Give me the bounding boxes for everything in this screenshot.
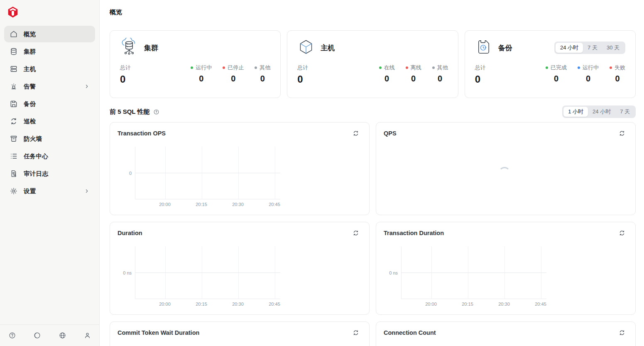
x-tick: 20:00 bbox=[425, 302, 437, 307]
sidebar-item-alerts[interactable]: 告警 bbox=[4, 78, 95, 95]
host-stat-other: 其他 0 bbox=[432, 64, 448, 83]
stat-value: 0 bbox=[610, 74, 625, 83]
total-value: 0 bbox=[297, 74, 308, 85]
sidebar-nav: 概览 集群 主机 告警 bbox=[0, 26, 99, 199]
chart-title: Commit Token Wait Duration bbox=[118, 329, 199, 336]
chart-card-qps: QPS bbox=[376, 122, 636, 215]
sql-range-option-1h[interactable]: 1 小时 bbox=[563, 107, 588, 117]
task-list-icon bbox=[10, 152, 18, 160]
sql-range-option-24h[interactable]: 24 小时 bbox=[588, 107, 615, 117]
tidb-logo-icon[interactable] bbox=[7, 6, 19, 18]
sidebar-item-settings[interactable]: 设置 bbox=[4, 183, 95, 199]
sidebar-item-backup[interactable]: 备份 bbox=[4, 96, 95, 112]
sql-range-toggle: 1 小时 24 小时 7 天 bbox=[562, 106, 636, 118]
stat-label: 运行中 bbox=[196, 64, 212, 71]
sql-section-title: 前 5 SQL 性能 bbox=[110, 108, 149, 116]
status-dot-red bbox=[610, 66, 612, 69]
x-tick: 20:45 bbox=[269, 202, 280, 207]
refresh-icon[interactable] bbox=[353, 230, 359, 236]
language-globe-icon[interactable] bbox=[59, 331, 66, 339]
stat-value: 0 bbox=[191, 74, 212, 83]
help-icon[interactable] bbox=[8, 331, 16, 339]
home-icon bbox=[10, 30, 18, 38]
cluster-stat-running: 运行中 0 bbox=[191, 64, 212, 83]
x-axis-ticks: 20:00 20:15 20:30 20:45 bbox=[401, 302, 546, 308]
chevron-right-icon bbox=[84, 188, 90, 194]
sidebar-item-audit-log[interactable]: 审计日志 bbox=[4, 165, 95, 182]
backup-range-option-30d[interactable]: 30 天 bbox=[602, 43, 624, 53]
sidebar-footer bbox=[0, 324, 100, 346]
stat-label: 其他 bbox=[260, 64, 270, 71]
theme-moon-icon[interactable] bbox=[33, 331, 41, 339]
main-content: 概览 bbox=[100, 0, 644, 346]
chart-title: Connection Count bbox=[384, 329, 436, 336]
firewall-icon bbox=[10, 135, 18, 143]
zero-gridline bbox=[402, 272, 546, 273]
loading-spinner-icon bbox=[499, 167, 510, 179]
chart-title: Transaction Duration bbox=[384, 230, 444, 236]
y-axis-zero-label: 0 ns bbox=[384, 246, 401, 299]
database-icon bbox=[10, 47, 18, 56]
refresh-icon[interactable] bbox=[619, 329, 625, 336]
sidebar-item-clusters[interactable]: 集群 bbox=[4, 43, 95, 60]
chart-plot: 0 ns 20:00 20:15 20:30 bbox=[384, 246, 625, 308]
x-tick: 20:45 bbox=[269, 302, 280, 307]
stat-label: 已停止 bbox=[228, 64, 244, 71]
backup-summary-card: 备份 24 小时 7 天 30 天 总计 0 已完成 bbox=[465, 30, 636, 98]
x-tick: 20:00 bbox=[159, 202, 171, 207]
status-dot-gray bbox=[432, 66, 435, 69]
sidebar-item-overview[interactable]: 概览 bbox=[4, 26, 95, 42]
refresh-icon[interactable] bbox=[619, 230, 625, 236]
cluster-cloud-database-icon bbox=[120, 38, 138, 58]
chart-grid bbox=[135, 147, 280, 199]
backup-history-icon bbox=[475, 38, 492, 57]
status-dot-gray bbox=[255, 66, 257, 69]
stat-value: 0 bbox=[379, 74, 395, 83]
backup-range-option-24h[interactable]: 24 小时 bbox=[556, 43, 583, 53]
stat-value: 0 bbox=[406, 74, 421, 83]
refresh-icon[interactable] bbox=[353, 130, 359, 137]
y-axis-zero-label: 0 bbox=[118, 147, 135, 199]
audit-log-icon bbox=[10, 169, 18, 178]
stat-label: 运行中 bbox=[583, 64, 599, 71]
sidebar-item-task-center[interactable]: 任务中心 bbox=[4, 148, 95, 164]
cycle-icon bbox=[10, 117, 18, 125]
chart-plot: 0 20:00 20:15 20:30 bbox=[118, 147, 359, 209]
total-label: 总计 bbox=[120, 64, 131, 71]
x-tick: 20:15 bbox=[196, 302, 207, 307]
chart-plot: 0 ns 20:00 20:15 20:30 bbox=[118, 246, 359, 308]
backup-stat-running: 运行中 0 bbox=[578, 64, 599, 83]
sidebar: 概览 集群 主机 告警 bbox=[0, 0, 100, 346]
backup-range-toggle: 24 小时 7 天 30 天 bbox=[554, 42, 625, 54]
chart-card-duration: Duration 0 ns bbox=[110, 222, 370, 315]
sidebar-item-firewall[interactable]: 防火墙 bbox=[4, 130, 95, 147]
chart-grid bbox=[135, 246, 280, 299]
cluster-total: 总计 0 bbox=[120, 64, 131, 85]
sidebar-item-hosts[interactable]: 主机 bbox=[4, 61, 95, 77]
x-axis-ticks: 20:00 20:15 20:30 20:45 bbox=[135, 202, 280, 209]
status-dot-green bbox=[379, 66, 382, 69]
y-axis-zero-label: 0 ns bbox=[118, 246, 135, 299]
total-value: 0 bbox=[475, 74, 486, 85]
info-icon[interactable] bbox=[153, 109, 159, 115]
refresh-icon[interactable] bbox=[353, 329, 359, 336]
host-total: 总计 0 bbox=[297, 64, 308, 85]
gear-icon bbox=[10, 187, 18, 195]
host-stat-offline: 离线 0 bbox=[406, 64, 421, 83]
cluster-stat-other: 其他 0 bbox=[255, 64, 270, 83]
zero-gridline bbox=[135, 173, 280, 173]
refresh-icon[interactable] bbox=[619, 130, 625, 137]
alarm-icon bbox=[10, 82, 18, 91]
user-icon[interactable] bbox=[83, 331, 91, 339]
sidebar-item-inspection[interactable]: 巡检 bbox=[4, 113, 95, 130]
chart-card-connection-count: Connection Count bbox=[376, 321, 636, 346]
chart-title: Duration bbox=[118, 230, 142, 236]
charts-grid: Transaction OPS 0 bbox=[110, 122, 636, 346]
save-icon bbox=[10, 100, 18, 108]
status-dot-green bbox=[191, 66, 193, 69]
x-tick: 20:30 bbox=[232, 302, 244, 307]
total-label: 总计 bbox=[475, 64, 486, 71]
sql-range-option-7d[interactable]: 7 天 bbox=[615, 107, 634, 117]
host-stat-online: 在线 0 bbox=[379, 64, 395, 83]
backup-range-option-7d[interactable]: 7 天 bbox=[583, 43, 602, 53]
